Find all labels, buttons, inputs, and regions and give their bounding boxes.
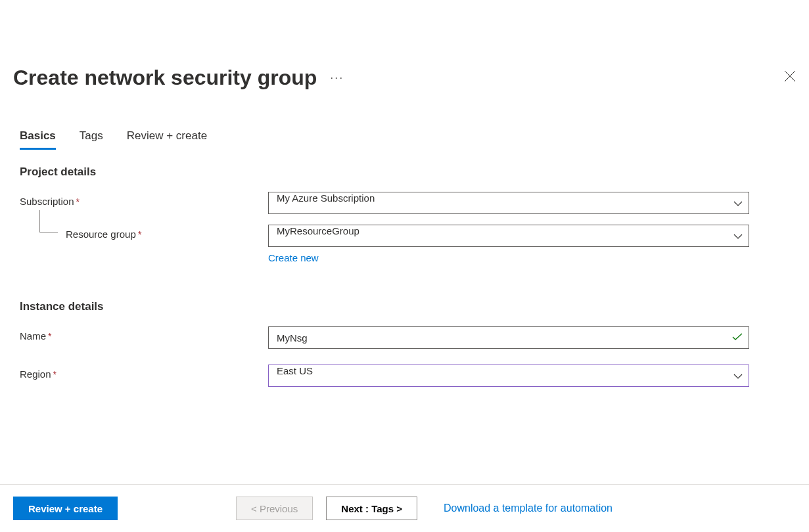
- page-title: Create network security group: [13, 66, 317, 90]
- subscription-label: Subscription: [20, 196, 74, 207]
- required-indicator: *: [138, 229, 142, 240]
- name-label: Name: [20, 330, 46, 342]
- footer: Review + create < Previous Next : Tags >…: [0, 484, 809, 532]
- tab-basics[interactable]: Basics: [20, 129, 56, 150]
- project-details-heading: Project details: [20, 166, 789, 179]
- region-value: East US: [268, 365, 749, 387]
- close-icon[interactable]: [784, 70, 796, 85]
- subscription-select[interactable]: My Azure Subscription: [268, 192, 749, 214]
- tab-review-create[interactable]: Review + create: [127, 129, 207, 150]
- subscription-value: My Azure Subscription: [268, 192, 749, 214]
- instance-details-heading: Instance details: [20, 300, 789, 313]
- region-label: Region: [20, 368, 51, 380]
- previous-button: < Previous: [236, 497, 313, 520]
- required-indicator: *: [53, 369, 57, 380]
- more-icon[interactable]: ···: [330, 71, 344, 85]
- required-indicator: *: [48, 331, 51, 342]
- resource-group-value: MyResourceGroup: [268, 225, 749, 247]
- tabs: Basics Tags Review + create: [0, 90, 809, 150]
- region-select[interactable]: East US: [268, 365, 749, 387]
- resource-group-label: Resource group: [66, 229, 136, 240]
- name-input[interactable]: [268, 326, 749, 349]
- resource-group-select[interactable]: MyResourceGroup: [268, 225, 749, 247]
- download-template-link[interactable]: Download a template for automation: [444, 502, 613, 514]
- next-button[interactable]: Next : Tags >: [326, 497, 417, 520]
- review-create-button[interactable]: Review + create: [13, 497, 118, 520]
- indent-connector-line: [39, 210, 58, 233]
- required-indicator: *: [76, 196, 80, 207]
- create-new-link[interactable]: Create new: [268, 252, 319, 263]
- tab-tags[interactable]: Tags: [80, 129, 103, 150]
